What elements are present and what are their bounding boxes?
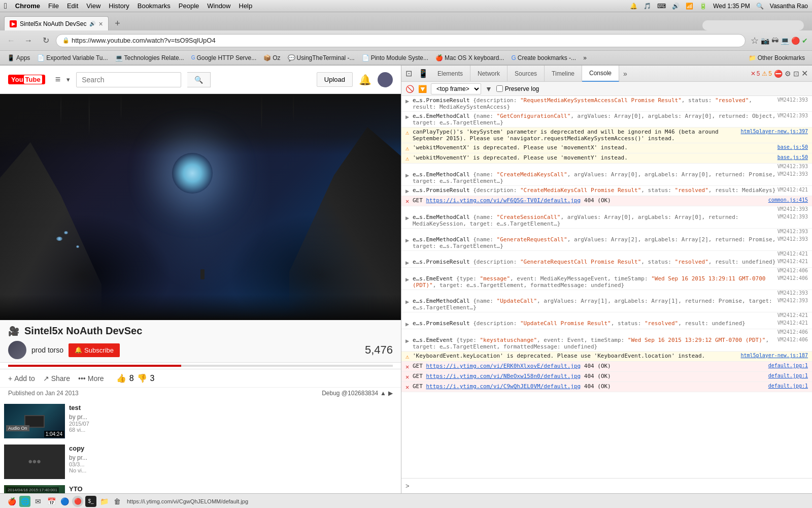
menubar-file[interactable]: File	[48, 2, 59, 10]
tab-close-button[interactable]: ×	[98, 20, 103, 28]
youtube-search-button[interactable]: 🔍	[187, 72, 211, 87]
refresh-button[interactable]: ↻	[39, 34, 53, 48]
dock-trash-icon[interactable]: 🗑	[112, 496, 123, 507]
apple-menu-icon[interactable]: 	[4, 2, 7, 11]
youtube-menu-label[interactable]: ▾	[66, 76, 70, 83]
rec-item-1[interactable]: 1:04:24 Audio On test by pr... 2015/0768…	[4, 404, 397, 438]
expand-icon-13[interactable]: ▶	[405, 298, 413, 305]
subscribe-button[interactable]: 🔔 Subscribe	[69, 343, 120, 357]
entry-source-6: VM2412:393	[777, 171, 808, 177]
tab-console[interactable]: Console	[582, 66, 619, 82]
menubar-help[interactable]: Help	[239, 2, 253, 10]
tab-timeline[interactable]: Timeline	[545, 66, 582, 82]
expand-icon-14[interactable]: ▶	[405, 321, 413, 328]
bookmark-exported-variable[interactable]: 📄 Exported Variable Tu...	[34, 53, 111, 62]
rec-item-2[interactable]: ••• copy by pr... 03/3...No vi...	[4, 444, 397, 479]
dock-app1-icon[interactable]: 🔵	[59, 496, 70, 507]
youtube-upload-button[interactable]: Upload	[317, 72, 353, 87]
bookmark-google-http[interactable]: G Google HTTP Serve...	[188, 53, 260, 62]
devtools-more-tabs[interactable]: »	[619, 70, 631, 78]
expand-icon-12[interactable]: ▶	[405, 276, 413, 283]
tab-elements[interactable]: Elements	[430, 66, 470, 82]
bookmark-technologies[interactable]: 💻 Technologies Relate...	[112, 53, 187, 62]
console-filter-icon[interactable]: ⛔	[774, 70, 783, 78]
dock-finder-icon[interactable]: 🍎	[6, 496, 17, 507]
forward-button[interactable]: →	[21, 34, 36, 48]
console-filter-button[interactable]: 🔽	[418, 85, 427, 93]
bookmark-oz[interactable]: 📦 Oz	[260, 53, 283, 62]
dock-mail-icon[interactable]: ✉	[32, 496, 44, 507]
menubar-bookmarks[interactable]: Bookmarks	[138, 2, 171, 10]
dock-terminal-icon[interactable]: $_	[85, 496, 96, 507]
entry-text-8: GET https://i.ytimg.com/vi/wF6Q5G-TV0I/d…	[413, 197, 768, 204]
main-area: YouTube ≡ ▾ 🔍 Upload 🔔	[0, 66, 812, 493]
youtube-search-input[interactable]	[76, 72, 181, 87]
tab-sources[interactable]: Sources	[507, 66, 545, 82]
bookmark-create[interactable]: G Create bookmarks -...	[508, 53, 579, 62]
back-button[interactable]: ←	[4, 34, 18, 48]
preserve-log-checkbox[interactable]	[496, 85, 503, 92]
youtube-logo[interactable]: YouTube	[8, 75, 45, 84]
menubar-view[interactable]: View	[86, 2, 100, 10]
console-output[interactable]: ▶ e…s.PromiseResult {description: "Reque…	[401, 96, 812, 478]
debug-expand-icon[interactable]: ▲	[380, 390, 386, 397]
menubar-edit[interactable]: Edit	[67, 2, 78, 10]
youtube-user-avatar[interactable]	[378, 72, 393, 87]
new-tab-button[interactable]: +	[111, 16, 125, 30]
devtools-mobile-icon[interactable]: 📱	[416, 69, 430, 78]
expand-icon-7[interactable]: ▶	[405, 187, 413, 195]
menubar-window[interactable]: Window	[207, 2, 230, 10]
bookmark-star-icon[interactable]: ☆	[751, 35, 759, 46]
video-progress-bar[interactable]	[8, 365, 393, 367]
thumbs-down-icon[interactable]: 👎	[137, 373, 147, 383]
dock-safari-icon[interactable]: 🌐	[19, 496, 30, 507]
nav-ext3-icon[interactable]: 💻	[781, 37, 789, 45]
expand-icon-11[interactable]: ▶	[405, 259, 413, 266]
expand-icon-9[interactable]: ▶	[405, 214, 413, 221]
devtools-close-icon[interactable]: ✕	[801, 69, 808, 78]
bookmark-terminal[interactable]: 💬 UsingTheTerminal -...	[285, 53, 358, 62]
menubar-chrome[interactable]: Chrome	[15, 2, 40, 10]
nav-ext5-icon[interactable]: ✔	[802, 37, 808, 45]
dock-calendar-icon[interactable]: 📅	[46, 496, 57, 507]
youtube-notification-icon[interactable]: 🔔	[359, 74, 371, 86]
devtools-settings-icon[interactable]: ⚙	[785, 70, 791, 78]
expand-icon-1[interactable]: ▶	[405, 98, 413, 105]
share-button[interactable]: ↗ Share	[43, 374, 70, 383]
youtube-menu-icon[interactable]: ≡	[55, 74, 61, 85]
bookmark-more[interactable]: »	[580, 53, 590, 62]
tab-search-box[interactable]	[702, 20, 804, 30]
bookmark-apps[interactable]: 📱 Apps	[4, 53, 33, 62]
add-to-button[interactable]: + Add to	[8, 374, 35, 383]
rec-item-3[interactable]: 2014/04/16 2015:17:40:001 YTO by pr...	[4, 485, 397, 493]
rec-info-3: YTO by pr...	[69, 485, 397, 493]
more-button[interactable]: ••• More	[78, 374, 104, 383]
console-input[interactable]	[413, 483, 808, 490]
bookmark-keyboard[interactable]: 🍎 Mac OS X keyboard...	[432, 53, 507, 62]
console-frame-expand[interactable]: ▼	[485, 85, 492, 93]
url-bar[interactable]: 🔒 https://www.youtube.com/watch?v=tsO9Sq…	[56, 34, 746, 47]
expand-icon-10[interactable]: ▶	[405, 237, 413, 244]
browser-tab-active[interactable]: ▶ Sintel5x NoAuth DevSec 🔊 ×	[4, 16, 109, 30]
menubar-search-icon[interactable]: 🔍	[756, 3, 764, 10]
nav-ext1-icon[interactable]: 📷	[761, 37, 769, 45]
devtools-dock-icon[interactable]: ⊡	[793, 70, 799, 78]
menubar-history[interactable]: History	[109, 2, 129, 10]
bookmark-other[interactable]: 📁 Other Bookmarks	[746, 53, 808, 62]
tab-network[interactable]: Network	[470, 66, 507, 82]
devtools-inspect-icon[interactable]: ⊡	[401, 69, 416, 78]
expand-icon-2[interactable]: ▶	[405, 113, 413, 120]
expand-icon-15[interactable]: ▶	[405, 337, 413, 344]
bookmark-pinto[interactable]: 📄 Pinto Module Syste...	[359, 53, 431, 62]
console-clear-button[interactable]: 🚫	[405, 85, 414, 93]
debug-more-icon[interactable]: ▶	[388, 390, 393, 397]
dock-folder-icon[interactable]: 📁	[98, 496, 110, 507]
dock-chrome-icon[interactable]: 🔴	[72, 496, 83, 507]
menubar-people[interactable]: People	[179, 2, 199, 10]
console-frame-select[interactable]: <top frame>	[431, 83, 481, 94]
nav-ext2-icon[interactable]: 🕶	[771, 37, 779, 45]
video-player[interactable]	[0, 94, 401, 320]
thumbs-up-icon[interactable]: 👍	[116, 373, 126, 383]
expand-icon-6[interactable]: ▶	[405, 172, 413, 179]
nav-ext4-icon[interactable]: 🔴	[791, 37, 800, 45]
